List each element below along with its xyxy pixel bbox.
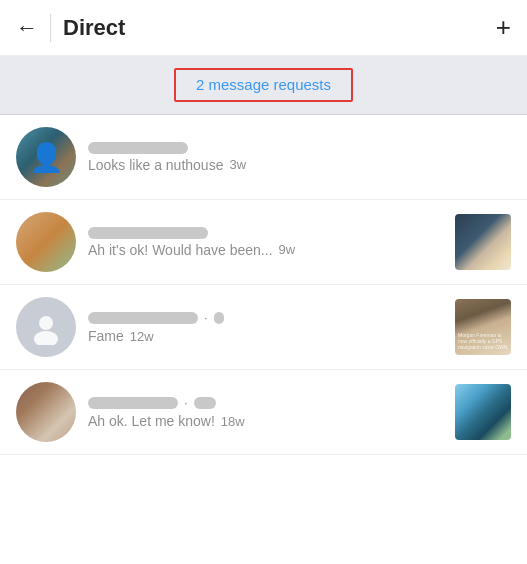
preview-row: Fame 12w — [88, 328, 443, 344]
avatar — [16, 212, 76, 272]
new-message-button[interactable]: + — [496, 12, 511, 43]
list-item[interactable]: Looks like a nuthouse 3w — [0, 115, 527, 200]
preview-text: Ah it's ok! Would have been... — [88, 242, 273, 258]
username-blur2 — [214, 312, 224, 324]
dot-separator: · — [204, 310, 208, 325]
header-left: ← Direct — [16, 14, 125, 42]
username-row — [88, 142, 511, 154]
avatar — [16, 382, 76, 442]
message-thumbnail: Morgan Freeman is now officially a GPS n… — [455, 299, 511, 355]
header: ← Direct + — [0, 0, 527, 56]
conversation-content: Looks like a nuthouse 3w — [88, 142, 511, 173]
preview-text: Fame — [88, 328, 124, 344]
time-text: 18w — [221, 414, 245, 429]
conversation-content: · Fame 12w — [88, 310, 443, 344]
conversation-content: · Ah ok. Let me know! 18w — [88, 395, 443, 429]
list-item[interactable]: Ah it's ok! Would have been... 9w — [0, 200, 527, 285]
time-text: 3w — [229, 157, 246, 172]
message-thumbnail — [455, 384, 511, 440]
username-blur — [88, 227, 208, 239]
preview-row: Ah it's ok! Would have been... 9w — [88, 242, 443, 258]
message-requests-link[interactable]: 2 message requests — [196, 76, 331, 93]
avatar — [16, 297, 76, 357]
conversation-list: Looks like a nuthouse 3w Ah it's ok! Wou… — [0, 115, 527, 455]
avatar — [16, 127, 76, 187]
list-item[interactable]: · Fame 12w Morgan Freeman is now officia… — [0, 285, 527, 370]
message-requests-banner: 2 message requests — [0, 56, 527, 115]
dot-separator: · — [184, 395, 188, 410]
username-blur2 — [194, 397, 216, 409]
username-blur — [88, 397, 178, 409]
svg-point-1 — [39, 316, 53, 330]
preview-row: Ah ok. Let me know! 18w — [88, 413, 443, 429]
username-row: · — [88, 395, 443, 410]
username-blur — [88, 142, 188, 154]
username-row: · — [88, 310, 443, 325]
preview-text: Looks like a nuthouse — [88, 157, 223, 173]
back-button[interactable]: ← — [16, 15, 38, 41]
time-text: 9w — [279, 242, 296, 257]
list-item[interactable]: · Ah ok. Let me know! 18w — [0, 370, 527, 455]
page-title: Direct — [63, 15, 125, 41]
message-thumbnail — [455, 214, 511, 270]
preview-text: Ah ok. Let me know! — [88, 413, 215, 429]
message-requests-box: 2 message requests — [174, 68, 353, 102]
preview-row: Looks like a nuthouse 3w — [88, 157, 511, 173]
conversation-content: Ah it's ok! Would have been... 9w — [88, 227, 443, 258]
username-blur — [88, 312, 198, 324]
time-text: 12w — [130, 329, 154, 344]
header-divider — [50, 14, 51, 42]
username-row — [88, 227, 443, 239]
